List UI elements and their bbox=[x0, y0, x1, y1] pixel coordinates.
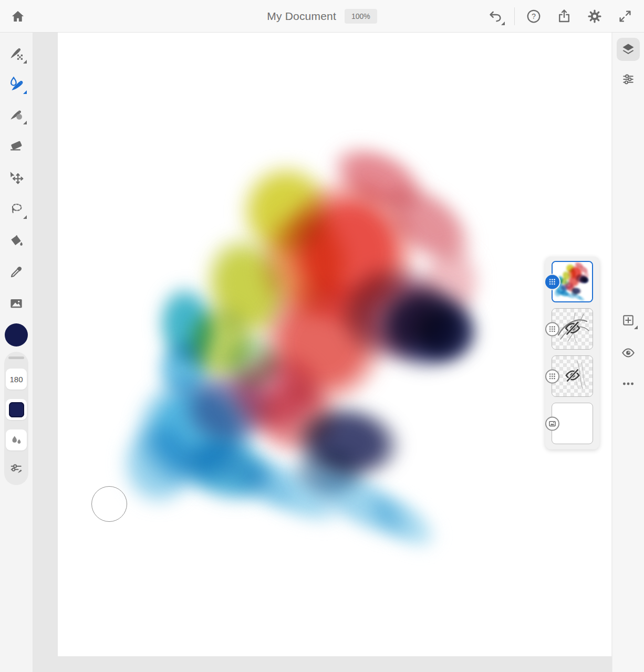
layer-visibility-button[interactable] bbox=[617, 341, 640, 364]
tool-eyedropper[interactable] bbox=[4, 259, 29, 285]
pixel-layer-badge[interactable] bbox=[545, 322, 559, 336]
live-brush-icon bbox=[8, 76, 25, 92]
move-icon bbox=[8, 170, 24, 186]
eye-off-icon bbox=[564, 366, 581, 384]
brush-settings-icon bbox=[9, 461, 24, 476]
tool-move[interactable] bbox=[4, 165, 29, 191]
document-canvas[interactable] bbox=[58, 33, 612, 656]
layers-icon bbox=[621, 42, 636, 57]
brush-cursor bbox=[91, 486, 127, 522]
color-swatch bbox=[9, 402, 24, 417]
fill-bucket-icon bbox=[8, 233, 24, 249]
layer-row-sketch-1[interactable] bbox=[552, 308, 593, 350]
layers-panel-button[interactable] bbox=[617, 38, 640, 61]
topbar-divider bbox=[514, 7, 515, 25]
tool-live-brush-selected[interactable] bbox=[4, 71, 29, 97]
water-flow-button[interactable] bbox=[6, 429, 27, 450]
flyout-indicator bbox=[23, 121, 27, 124]
document-title: My Document bbox=[267, 10, 336, 23]
pixel-brush-icon bbox=[8, 46, 24, 61]
gear-icon bbox=[587, 8, 603, 24]
app-settings-button[interactable] bbox=[583, 5, 606, 28]
undo-button[interactable] bbox=[484, 5, 507, 28]
tool-fill[interactable] bbox=[4, 228, 29, 254]
eye-icon bbox=[621, 345, 636, 360]
tool-options-dock: 180 bbox=[4, 352, 28, 485]
home-button[interactable] bbox=[6, 5, 29, 28]
image-layer-badge[interactable] bbox=[545, 416, 559, 430]
pixel-grid-icon bbox=[549, 278, 556, 285]
ellipsis-icon bbox=[621, 376, 636, 391]
pixel-grid-icon bbox=[549, 373, 556, 380]
layer-row-background[interactable] bbox=[552, 403, 593, 444]
workspace-pasteboard bbox=[33, 33, 612, 672]
left-toolbar: 180 bbox=[0, 33, 33, 672]
right-toolbar bbox=[612, 33, 644, 672]
image-badge-icon bbox=[548, 419, 556, 427]
dock-drag-handle[interactable] bbox=[8, 356, 24, 359]
flyout-indicator bbox=[23, 215, 27, 219]
active-color-well[interactable] bbox=[5, 323, 28, 346]
flyout-indicator bbox=[23, 60, 27, 64]
lasso-select-icon bbox=[8, 201, 24, 217]
tool-eraser[interactable] bbox=[4, 132, 29, 158]
zoom-level-badge[interactable]: 100% bbox=[345, 9, 377, 24]
tool-place-image[interactable] bbox=[4, 291, 29, 316]
layer-hidden-indicator bbox=[564, 366, 581, 386]
layer-properties-button[interactable] bbox=[617, 68, 640, 91]
water-drops-icon bbox=[9, 433, 23, 447]
svg-text:?: ? bbox=[532, 12, 536, 20]
eraser-icon bbox=[8, 137, 24, 153]
pixel-grid-icon bbox=[549, 326, 556, 332]
help-button[interactable]: ? bbox=[522, 5, 545, 28]
flyout-indicator bbox=[23, 90, 27, 94]
add-layer-button[interactable] bbox=[617, 309, 640, 332]
mixer-brush-icon bbox=[8, 107, 24, 122]
share-export-button[interactable] bbox=[553, 5, 576, 28]
pixel-layer-badge[interactable] bbox=[545, 369, 559, 383]
color-swatch-button[interactable] bbox=[6, 399, 27, 420]
undo-flyout-indicator bbox=[501, 22, 505, 25]
brush-settings-button[interactable] bbox=[6, 459, 27, 478]
tool-pixel-brush[interactable] bbox=[4, 41, 29, 66]
more-options-button[interactable] bbox=[617, 372, 640, 395]
home-icon bbox=[11, 9, 25, 24]
top-bar: My Document 100% ? bbox=[0, 0, 644, 33]
layers-panel bbox=[545, 257, 599, 449]
add-layer-icon bbox=[621, 313, 636, 328]
watercolor-painting bbox=[58, 33, 611, 656]
tool-mixer-brush[interactable] bbox=[4, 102, 29, 127]
layer-row-paint[interactable] bbox=[552, 261, 593, 302]
image-icon bbox=[8, 296, 24, 311]
layer-hidden-indicator bbox=[563, 319, 582, 340]
brush-size-field[interactable]: 180 bbox=[6, 369, 27, 390]
brush-size-value: 180 bbox=[9, 375, 23, 384]
layer-row-sketch-2[interactable] bbox=[552, 355, 593, 397]
fullscreen-icon bbox=[617, 8, 633, 24]
flyout-indicator bbox=[634, 326, 638, 329]
pixel-layer-badge-selected[interactable] bbox=[545, 275, 559, 289]
help-icon: ? bbox=[526, 8, 542, 24]
share-icon bbox=[556, 8, 572, 24]
tool-select-lasso[interactable] bbox=[4, 196, 29, 222]
properties-sliders-icon bbox=[621, 72, 636, 87]
eye-off-icon bbox=[563, 319, 582, 338]
eyedropper-icon bbox=[9, 265, 24, 279]
fullscreen-button[interactable] bbox=[614, 5, 637, 28]
